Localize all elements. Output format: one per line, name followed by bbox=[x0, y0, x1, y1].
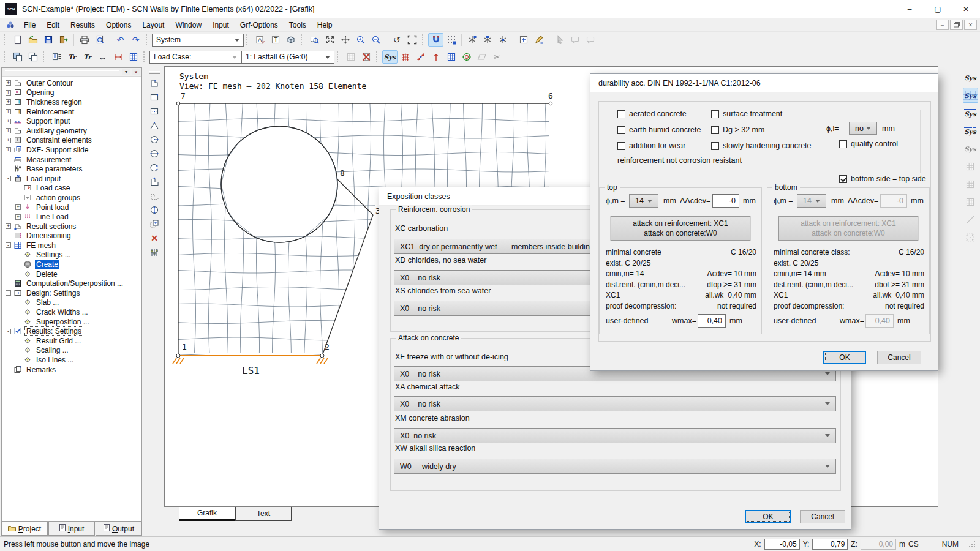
delete-element-tool[interactable]: ✕ bbox=[147, 231, 162, 245]
import-export-button[interactable] bbox=[56, 33, 71, 47]
tree-expander[interactable]: + bbox=[6, 147, 11, 152]
tree-expander[interactable]: + bbox=[6, 90, 11, 96]
toolbar-grip[interactable] bbox=[143, 51, 147, 62]
tree-expander[interactable]: - bbox=[6, 242, 11, 248]
checkbox-slowly-hardening-concrete[interactable]: slowly hardening concrete bbox=[711, 141, 812, 150]
sys-slide-view-button[interactable]: Sys bbox=[963, 141, 978, 156]
toolbar-grip[interactable] bbox=[337, 51, 341, 62]
tree-item-constraint-elements[interactable]: +Constraint elements bbox=[2, 136, 141, 146]
panel-tab-project[interactable]: Project bbox=[1, 522, 48, 536]
menu-file[interactable]: File bbox=[18, 20, 41, 31]
tree-item-superposition[interactable]: Superposition ... bbox=[2, 317, 141, 327]
callout-copy-button[interactable] bbox=[582, 33, 598, 47]
grid-extend-right-button[interactable] bbox=[963, 176, 978, 192]
pick-cursor-button[interactable] bbox=[552, 33, 567, 47]
snap-middle-button[interactable] bbox=[480, 33, 495, 47]
text-size2-button[interactable]: Tr bbox=[80, 50, 95, 64]
tab-grafik[interactable]: Grafik bbox=[179, 507, 235, 521]
snap-magnet-button[interactable] bbox=[428, 33, 443, 47]
tree-item-computation-superposition[interactable]: Computation/Superposition ... bbox=[2, 279, 141, 288]
undo-button[interactable]: ↶ bbox=[113, 33, 128, 47]
tree-item-result-sections[interactable]: +Result sections bbox=[2, 222, 141, 231]
tree-item-load-input[interactable]: -Load input bbox=[2, 174, 141, 184]
menu-layout[interactable]: Layout bbox=[137, 20, 170, 31]
minimize-button[interactable]: – bbox=[895, 0, 924, 18]
coordinate-y-field[interactable]: 0,79 bbox=[812, 539, 848, 550]
tree-item-settings[interactable]: Settings ... bbox=[2, 250, 141, 260]
save-button[interactable] bbox=[40, 33, 56, 47]
tree-item-point-load[interactable]: +Point load bbox=[2, 203, 141, 212]
circle-stretch-tool[interactable] bbox=[147, 203, 162, 217]
tab-text[interactable]: Text bbox=[235, 507, 292, 521]
case-select-combo[interactable]: 1: Lastfall G (Ge:0) bbox=[241, 51, 334, 64]
checkbox-addition-for-wear[interactable]: addition for wear bbox=[617, 141, 685, 150]
selection-frame-button[interactable] bbox=[404, 33, 420, 47]
element-params-tool[interactable] bbox=[147, 246, 162, 259]
render-3d-button[interactable] bbox=[283, 33, 298, 47]
checkbox-box[interactable] bbox=[711, 126, 719, 134]
grid-table-button[interactable] bbox=[343, 50, 358, 64]
toolbar-grip[interactable] bbox=[146, 34, 149, 45]
redraw-button[interactable]: ↺ bbox=[389, 33, 404, 47]
duplicate-contour-tool[interactable] bbox=[147, 217, 162, 231]
exposition-ok-button[interactable]: OK bbox=[745, 510, 791, 523]
tree-item-remarks[interactable]: Remarks bbox=[2, 365, 141, 375]
tree-expander[interactable]: + bbox=[6, 138, 11, 143]
rectangle-tool[interactable] bbox=[147, 91, 162, 104]
tree-item-support-input[interactable]: +Support input bbox=[2, 116, 141, 126]
tree-item-dxf-support-slide[interactable]: +DXF- Support slide bbox=[2, 145, 141, 155]
dimension-button[interactable] bbox=[110, 50, 126, 64]
mdi-restore-button[interactable] bbox=[950, 20, 963, 30]
scale-vertical-button[interactable] bbox=[428, 50, 443, 64]
toolbar-grip[interactable] bbox=[4, 34, 7, 45]
sys-plain-view-button[interactable]: Sys bbox=[963, 70, 978, 85]
clip-button[interactable]: ✂ bbox=[489, 50, 505, 64]
tree-item-fe-mesh[interactable]: -FE mesh bbox=[2, 241, 141, 250]
toolbar-grip[interactable] bbox=[4, 51, 7, 62]
zoom-out-button[interactable] bbox=[368, 33, 383, 47]
text-size-button[interactable]: Tr bbox=[64, 50, 80, 64]
exposition-cancel-button[interactable]: Cancel bbox=[800, 510, 845, 523]
checkbox-box[interactable] bbox=[711, 110, 719, 118]
circle-arc-tool[interactable] bbox=[147, 161, 162, 174]
phi-m-combo-top[interactable]: 14 bbox=[629, 194, 658, 208]
close-button[interactable]: ✕ bbox=[952, 0, 980, 18]
attack-classes-button-top[interactable]: attack on reinforcement: XC1attack on co… bbox=[611, 216, 750, 241]
table-button[interactable] bbox=[126, 50, 141, 64]
tree-expander[interactable]: - bbox=[6, 176, 11, 181]
toolbar-grip[interactable] bbox=[301, 34, 304, 45]
tree-item-dimensioning[interactable]: Dimensioning bbox=[2, 231, 141, 241]
durability-cancel-button[interactable]: Cancel bbox=[877, 351, 921, 364]
l-contour-tool[interactable] bbox=[147, 175, 162, 189]
wmax-field-top[interactable]: 0,40 bbox=[698, 314, 726, 328]
menu-help[interactable]: Help bbox=[312, 20, 338, 31]
sys-view-toggle[interactable]: Sys bbox=[382, 50, 398, 64]
pan-button[interactable] bbox=[337, 33, 353, 47]
tree-item-results-settings[interactable]: -Results: Settings bbox=[2, 326, 141, 336]
stretch-button[interactable]: ↔ bbox=[95, 50, 110, 64]
phi-l-combo[interactable]: no bbox=[849, 122, 877, 135]
checkbox-box[interactable] bbox=[617, 110, 625, 118]
tree-item-action-groups[interactable]: action groups bbox=[2, 193, 141, 203]
tree-item-delete[interactable]: Delete bbox=[2, 269, 141, 279]
tree-expander[interactable]: - bbox=[6, 329, 11, 334]
circle-radius-tool[interactable] bbox=[147, 133, 162, 146]
triangle-tool[interactable] bbox=[147, 119, 162, 132]
annotate-button[interactable]: A bbox=[252, 33, 268, 47]
mdi-minimize-button[interactable]: – bbox=[936, 20, 949, 30]
tree-item-design-settings[interactable]: -Design: Settings bbox=[2, 288, 141, 298]
result-table-button[interactable] bbox=[443, 50, 459, 64]
circle-diameter-tool[interactable] bbox=[147, 147, 162, 160]
tree-expander[interactable]: + bbox=[15, 204, 21, 210]
tree-expander[interactable]: + bbox=[6, 119, 11, 124]
durability-ok-button[interactable]: OK bbox=[823, 351, 866, 364]
view-mode-combo[interactable]: System bbox=[152, 34, 244, 47]
tree-item-outer-contour[interactable]: +Outer Contour bbox=[2, 78, 141, 88]
callout-button[interactable] bbox=[567, 33, 582, 47]
exposition-combo-xw[interactable]: W0 widely dry bbox=[394, 459, 836, 474]
grid-full-button[interactable] bbox=[963, 159, 978, 174]
quality-control-box[interactable] bbox=[839, 140, 847, 148]
toolbar-grip[interactable] bbox=[246, 34, 250, 45]
redo-button[interactable]: ↷ bbox=[128, 33, 143, 47]
mesh-distort-button[interactable] bbox=[398, 50, 413, 64]
